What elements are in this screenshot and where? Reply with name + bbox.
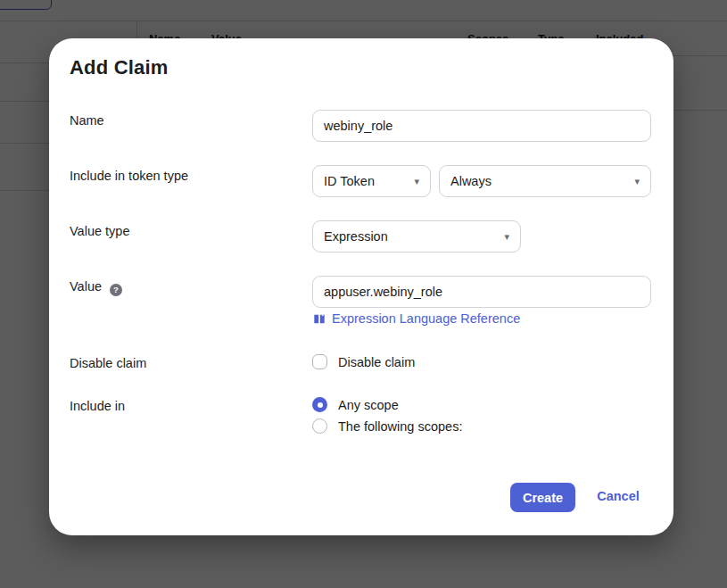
token-inclusion-select[interactable]: Always ▾	[439, 165, 651, 197]
chevron-down-icon: ▾	[414, 177, 419, 186]
add-claim-dialog: Add Claim Name webiny_role Include in to…	[49, 38, 673, 535]
cancel-button[interactable]: Cancel	[591, 489, 645, 503]
create-button[interactable]: Create	[510, 483, 575, 512]
chevron-down-icon: ▾	[504, 232, 509, 242]
token-type-selected-value: ID Token	[324, 174, 375, 188]
token-inclusion-selected-value: Always	[450, 174, 492, 188]
disable-claim-checkbox-label: Disable claim	[338, 355, 415, 369]
any-scope-radio-label: Any scope	[338, 398, 399, 412]
disable-claim-option: Disable claim	[312, 354, 415, 369]
include-in-label: Include in	[70, 399, 125, 413]
dialog-title: Add Claim	[70, 56, 169, 79]
value-type-select[interactable]: Expression ▾	[312, 220, 521, 253]
book-icon	[313, 312, 326, 326]
chevron-down-icon: ▾	[634, 177, 640, 186]
disable-claim-label: Disable claim	[70, 356, 146, 370]
link-label: Expression Language Reference	[332, 311, 520, 326]
value-label-text: Value	[70, 279, 102, 294]
following-scopes-radio-label: The following scopes:	[338, 419, 462, 434]
token-type-select[interactable]: ID Token ▾	[312, 165, 431, 197]
include-in-option-following-scopes: The following scopes:	[312, 418, 462, 434]
value-label: Value?	[70, 279, 122, 296]
token-type-label: Include in token type	[70, 169, 188, 183]
help-icon[interactable]: ?	[110, 284, 122, 296]
value-type-label: Value type	[70, 224, 129, 238]
following-scopes-radio[interactable]	[312, 418, 327, 434]
any-scope-radio[interactable]	[312, 397, 327, 412]
include-in-option-any-scope: Any scope	[312, 397, 399, 412]
expression-language-reference-link[interactable]: Expression Language Reference	[313, 311, 520, 326]
value-input[interactable]: appuser.webiny_role	[312, 276, 651, 308]
disable-claim-checkbox[interactable]	[312, 354, 327, 369]
name-input[interactable]: webiny_role	[312, 110, 651, 142]
name-label: Name	[70, 113, 104, 128]
value-type-selected-value: Expression	[324, 229, 388, 244]
